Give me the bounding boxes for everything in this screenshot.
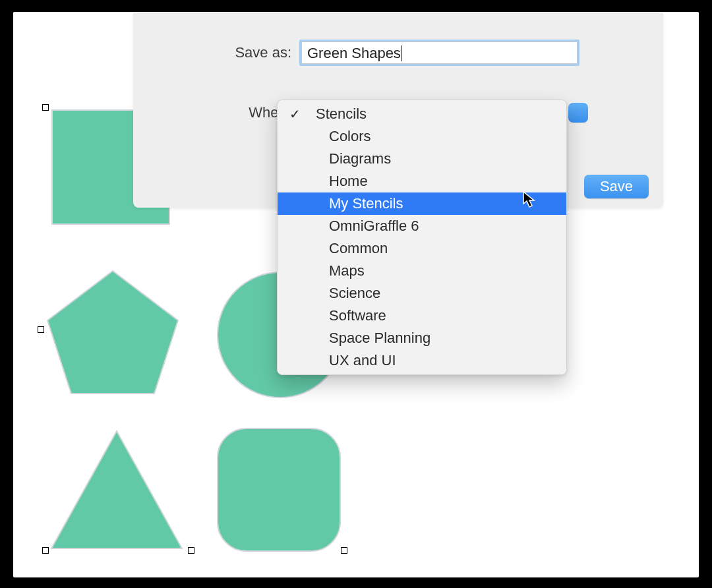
menu-item[interactable]: UX and UI [278, 349, 566, 372]
menu-item[interactable]: Space Planning [278, 327, 566, 349]
menu-item-label: Common [329, 240, 388, 257]
menu-item[interactable]: My Stencils [278, 192, 566, 215]
selection-handle[interactable] [42, 104, 49, 111]
selection-handle[interactable] [341, 547, 347, 554]
menu-item[interactable]: Home [278, 170, 566, 192]
where-dropdown-menu[interactable]: ✓StencilsColorsDiagramsHomeMy StencilsOm… [277, 100, 567, 375]
selection-handle[interactable] [188, 547, 194, 554]
menu-item-label: Home [329, 173, 368, 190]
menu-item-label: Stencils [316, 105, 367, 123]
menu-item[interactable]: Common [278, 237, 566, 260]
menu-item-label: Diagrams [329, 150, 391, 167]
save-as-label: Save as: [232, 44, 291, 61]
expand-dialog-button[interactable] [568, 103, 588, 123]
menu-item-label: Colors [329, 128, 371, 145]
menu-item[interactable]: Diagrams [278, 148, 566, 170]
menu-item[interactable]: OmniGraffle 6 [278, 215, 566, 237]
shape-pentagon[interactable] [44, 268, 182, 397]
menu-item[interactable]: Colors [278, 125, 566, 148]
menu-item-label: Software [329, 307, 386, 324]
menu-item[interactable]: ✓Stencils [278, 103, 566, 125]
menu-item-label: Space Planning [329, 330, 430, 347]
svg-marker-3 [51, 431, 182, 548]
menu-item-label: Science [329, 285, 380, 302]
shape-rounded-square[interactable] [216, 427, 341, 552]
selection-handle[interactable] [42, 547, 49, 554]
filename-input[interactable]: Green Shapes [301, 42, 578, 64]
menu-item[interactable]: Science [278, 282, 566, 305]
filename-value: Green Shapes [307, 45, 401, 62]
menu-item[interactable]: Software [278, 305, 566, 327]
menu-item-label: UX and UI [329, 352, 396, 369]
svg-rect-4 [218, 428, 340, 551]
menu-item-label: My Stencils [329, 195, 403, 212]
check-icon: ✓ [289, 106, 301, 122]
selection-handle[interactable] [38, 326, 44, 333]
menu-item-label: OmniGraffle 6 [329, 218, 419, 235]
shape-triangle[interactable] [47, 428, 186, 550]
save-button-label: Save [600, 178, 633, 195]
save-button[interactable]: Save [584, 175, 649, 198]
menu-item-label: Maps [329, 262, 365, 279]
svg-marker-1 [47, 271, 178, 394]
menu-item[interactable]: Maps [278, 260, 566, 282]
text-caret [401, 45, 402, 61]
